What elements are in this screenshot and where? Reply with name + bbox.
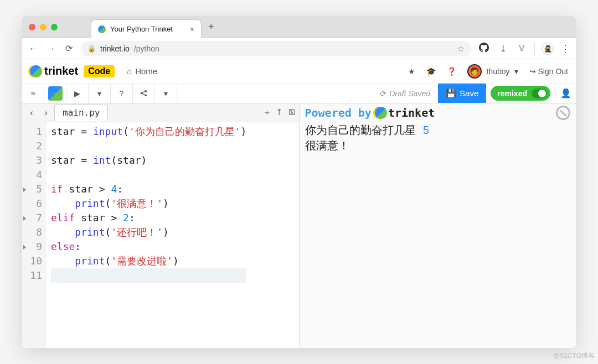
gutter-line: 5 bbox=[22, 182, 42, 196]
gutter-line: 11 bbox=[22, 268, 42, 283]
account-icon[interactable]: 👤 bbox=[555, 84, 576, 103]
address-bar: ← → ⟳ 🔒 trinket.io/python ☆ ⤓ V 🥷 ⋮ bbox=[22, 38, 576, 59]
workspace: ‹ › main.py ＋ ⤒ 🖻 1234567891011 star = i… bbox=[22, 103, 576, 348]
code-line[interactable]: elif star > 2: bbox=[51, 211, 246, 225]
code-line[interactable]: if star > 4: bbox=[51, 182, 246, 196]
draft-saved-label: Draft Saved bbox=[389, 89, 430, 98]
output-body: 你为自己的勤奋打几星 5 很满意！ bbox=[300, 122, 576, 153]
gutter-line: 9 bbox=[22, 240, 42, 254]
github-icon[interactable] bbox=[478, 43, 490, 55]
header-right: ★ 🎓 ❓ 🧑 thuboy ▾ ↪ Sign Out bbox=[408, 64, 568, 79]
file-tools: ＋ ⤒ 🖻 bbox=[263, 107, 296, 118]
output-brand-text: trinket bbox=[388, 106, 435, 119]
toggle-icon bbox=[532, 89, 547, 98]
star-icon[interactable]: ★ bbox=[408, 67, 415, 76]
brand-logo[interactable]: trinket bbox=[30, 65, 78, 77]
favicon-icon bbox=[98, 25, 106, 33]
browser-window: Your Python Trinket × + ← → ⟳ 🔒 trinket.… bbox=[22, 16, 576, 348]
code-editor[interactable]: 1234567891011 star = input('你为自己的勤奋打几星')… bbox=[22, 122, 299, 348]
profile-avatar-icon[interactable]: 🥷 bbox=[542, 43, 554, 55]
browser-tab[interactable]: Your Python Trinket × bbox=[91, 19, 202, 38]
window-close-icon[interactable] bbox=[29, 24, 35, 30]
brand-icon bbox=[30, 65, 42, 77]
powered-by-label: Powered by bbox=[305, 106, 372, 119]
stop-icon[interactable] bbox=[556, 106, 570, 120]
home-link[interactable]: ⌂ Home bbox=[127, 66, 157, 76]
gutter-line: 10 bbox=[22, 254, 42, 268]
download-icon[interactable]: ⤓ bbox=[497, 43, 509, 54]
titlebar: Your Python Trinket × + bbox=[22, 16, 576, 38]
code-line[interactable]: print('很满意！') bbox=[51, 196, 246, 211]
gutter: 1234567891011 bbox=[22, 122, 47, 348]
logo-icon bbox=[48, 86, 63, 101]
code-line[interactable]: print('还行吧！') bbox=[51, 225, 246, 240]
gutter-line: 2 bbox=[22, 139, 42, 153]
save-disk-icon: 💾 bbox=[446, 89, 456, 98]
user-menu[interactable]: 🧑 thuboy ▾ bbox=[467, 64, 518, 79]
output-pane: Powered by trinket 你为自己的勤奋打几星 5 很满意！ bbox=[300, 103, 576, 348]
home-icon: ⌂ bbox=[127, 66, 132, 76]
code-badge[interactable]: Code bbox=[84, 65, 115, 77]
more-caret-button[interactable]: ▾ bbox=[155, 84, 177, 103]
gutter-line: 7 bbox=[22, 211, 42, 225]
code-line[interactable] bbox=[51, 168, 246, 182]
trinket-logo-button[interactable] bbox=[44, 84, 66, 103]
code-line[interactable] bbox=[51, 139, 246, 153]
home-label: Home bbox=[135, 66, 157, 76]
forward-button[interactable]: → bbox=[45, 44, 56, 54]
hamburger-icon[interactable]: ≡ bbox=[22, 84, 44, 103]
image-file-icon[interactable]: 🖻 bbox=[287, 107, 296, 118]
file-tab-row: ‹ › main.py ＋ ⤒ 🖻 bbox=[22, 103, 299, 122]
sign-out-link[interactable]: ↪ Sign Out bbox=[529, 67, 568, 76]
window-minimize-icon[interactable] bbox=[40, 24, 47, 30]
file-tab[interactable]: main.py bbox=[54, 105, 108, 121]
gutter-line: 1 bbox=[22, 124, 42, 139]
upload-file-icon[interactable]: ⤒ bbox=[276, 107, 283, 118]
output-header: Powered by trinket bbox=[300, 103, 576, 122]
toolbar-right: ⟳ Draft Saved 💾 Save remixed 👤 bbox=[372, 84, 576, 103]
run-button[interactable]: ▶ bbox=[66, 84, 89, 103]
share-button[interactable] bbox=[133, 84, 155, 103]
chrome-menu-icon[interactable]: ⋮ bbox=[560, 43, 570, 55]
save-button[interactable]: 💾 Save bbox=[438, 84, 486, 103]
site-header: trinket Code ⌂ Home ★ 🎓 ❓ 🧑 thuboy ▾ ↪ S… bbox=[22, 59, 576, 84]
code-line[interactable] bbox=[51, 268, 246, 283]
output-prompt-text: 你为自己的勤奋打几星 bbox=[305, 124, 416, 136]
output-line-result: 很满意！ bbox=[305, 138, 571, 153]
code-line[interactable]: else: bbox=[51, 240, 246, 254]
new-tab-button[interactable]: + bbox=[202, 21, 221, 33]
username-label: thuboy bbox=[486, 67, 509, 76]
svg-point-1 bbox=[145, 90, 147, 92]
code-line[interactable]: print('需要改进啦') bbox=[51, 254, 246, 268]
bookmark-icon[interactable]: ☆ bbox=[457, 44, 465, 53]
toolbar: ≡ ▶ ▾ ? ▾ ⟳ Draft Saved 💾 Save remixed 👤 bbox=[22, 84, 576, 103]
graduation-icon[interactable]: 🎓 bbox=[426, 67, 436, 76]
output-user-input: 5 bbox=[423, 124, 429, 136]
tab-prev-icon[interactable]: ‹ bbox=[25, 108, 38, 118]
watermark: @51CTO博客 bbox=[553, 351, 595, 361]
gutter-line: 8 bbox=[22, 225, 42, 240]
code-line[interactable]: star = int(star) bbox=[51, 153, 246, 168]
output-brand: trinket bbox=[375, 106, 435, 119]
window-maximize-icon[interactable] bbox=[51, 24, 58, 30]
code-line[interactable]: star = input('你为自己的勤奋打几星') bbox=[51, 124, 246, 139]
back-button[interactable]: ← bbox=[28, 44, 39, 54]
tab-title: Your Python Trinket bbox=[110, 25, 173, 33]
vue-icon[interactable]: V bbox=[515, 44, 528, 54]
save-label: Save bbox=[460, 89, 478, 98]
help-button[interactable]: ? bbox=[111, 84, 133, 103]
tab-close-icon[interactable]: × bbox=[190, 25, 194, 34]
tab-next-icon[interactable]: › bbox=[40, 108, 52, 118]
refresh-icon: ⟳ bbox=[379, 89, 386, 98]
svg-point-2 bbox=[145, 94, 147, 96]
url-input[interactable]: 🔒 trinket.io/python ☆ bbox=[81, 41, 471, 56]
editor-pane: ‹ › main.py ＋ ⤒ 🖻 1234567891011 star = i… bbox=[22, 103, 300, 348]
add-file-icon[interactable]: ＋ bbox=[263, 107, 271, 118]
run-caret-button[interactable]: ▾ bbox=[89, 84, 111, 103]
remixed-toggle[interactable]: remixed bbox=[491, 86, 550, 101]
gutter-line: 4 bbox=[22, 168, 42, 182]
code-area[interactable]: star = input('你为自己的勤奋打几星')star = int(sta… bbox=[47, 122, 251, 348]
reload-button[interactable]: ⟳ bbox=[63, 43, 74, 54]
help-icon[interactable]: ❓ bbox=[447, 67, 456, 76]
chevron-down-icon: ▾ bbox=[514, 67, 518, 76]
